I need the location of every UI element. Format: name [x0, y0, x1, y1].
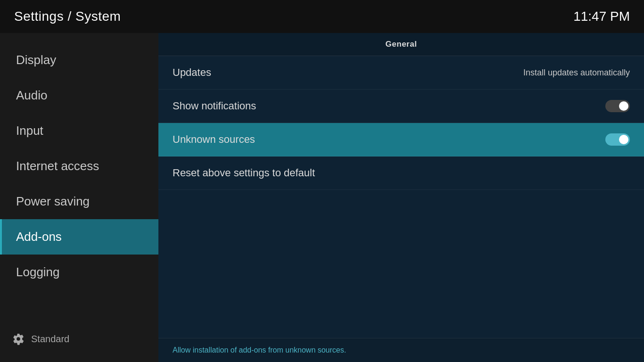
header: Settings / System 11:47 PM [0, 0, 644, 33]
sidebar-nav: Display Audio Input Internet access Powe… [0, 33, 158, 290]
toggle-knob [619, 135, 628, 144]
sidebar-item-logging[interactable]: Logging [0, 255, 158, 290]
toggle-knob [619, 101, 628, 111]
setting-label-show-notifications: Show notifications [173, 100, 256, 112]
toggle-unknown-sources[interactable] [605, 133, 630, 146]
content-footer-hint: Allow installation of add-ons from unkno… [158, 338, 644, 362]
setting-value-updates: Install updates automatically [523, 68, 630, 78]
settings-list: Updates Install updates automatically Sh… [158, 56, 644, 338]
sidebar-item-internet-access[interactable]: Internet access [0, 148, 158, 184]
clock: 11:47 PM [573, 9, 630, 24]
sidebar: Display Audio Input Internet access Powe… [0, 33, 158, 362]
sidebar-footer[interactable]: Standard [0, 325, 158, 353]
content-panel: General Updates Install updates automati… [158, 33, 644, 362]
sidebar-item-audio[interactable]: Audio [0, 78, 158, 113]
toggle-show-notifications[interactable] [605, 100, 630, 112]
setting-label-updates: Updates [173, 66, 211, 79]
sidebar-item-display[interactable]: Display [0, 42, 158, 78]
setting-row-unknown-sources[interactable]: Unknown sources [158, 123, 644, 156]
sidebar-item-power-saving[interactable]: Power saving [0, 184, 158, 219]
setting-label-reset-settings: Reset above settings to default [173, 167, 315, 179]
gear-icon [12, 333, 25, 345]
setting-row-updates[interactable]: Updates Install updates automatically [158, 56, 644, 90]
section-header: General [158, 33, 644, 56]
main-layout: Display Audio Input Internet access Powe… [0, 33, 644, 362]
setting-row-show-notifications[interactable]: Show notifications [158, 90, 644, 123]
setting-label-unknown-sources: Unknown sources [173, 133, 255, 146]
sidebar-item-input[interactable]: Input [0, 113, 158, 148]
page-title: Settings / System [14, 9, 121, 24]
sidebar-item-add-ons[interactable]: Add-ons [0, 219, 158, 255]
settings-level-label: Standard [31, 334, 69, 345]
setting-row-reset-settings[interactable]: Reset above settings to default [158, 156, 644, 190]
